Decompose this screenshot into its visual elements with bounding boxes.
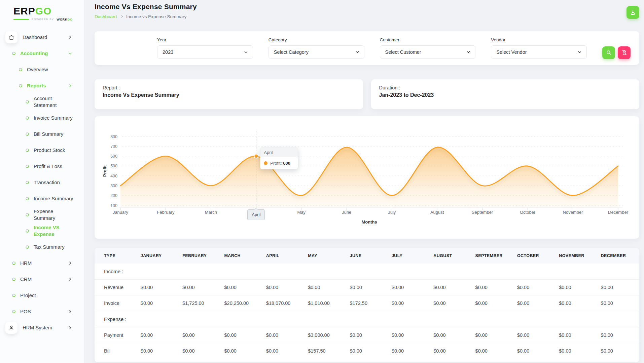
amount-cell: $0.00 bbox=[514, 327, 556, 343]
amount-cell: $0.00 bbox=[430, 295, 472, 311]
category-select[interactable]: Select Category bbox=[269, 45, 364, 59]
sidebar-item-dashboard[interactable]: Dashboard bbox=[0, 29, 84, 45]
sidebar-item-pos[interactable]: POS bbox=[0, 304, 84, 320]
sidebar-item-income-vs-expense[interactable]: Income VS Expense bbox=[0, 223, 84, 239]
vendor-select[interactable]: Select Vendor bbox=[491, 45, 587, 59]
amount-cell: $0.00 bbox=[347, 280, 388, 295]
duration-card: Duration : Jan-2023 to Dec-2023 bbox=[371, 79, 640, 109]
sidebar-item-project[interactable]: Project bbox=[0, 287, 84, 304]
svg-text:February: February bbox=[157, 210, 175, 215]
bullet-ring-icon bbox=[25, 229, 29, 233]
amount-cell: $0.00 bbox=[598, 343, 639, 359]
svg-text:September: September bbox=[472, 210, 493, 215]
sidebar-item-income-summary[interactable]: Income Summary bbox=[0, 191, 84, 207]
amount-cell: $0.00 bbox=[263, 280, 305, 295]
sidebar-item-crm[interactable]: CRM bbox=[0, 271, 84, 287]
column-header: JANUARY bbox=[137, 248, 179, 264]
download-icon bbox=[630, 9, 636, 15]
sidebar-item-account-statement[interactable]: Account Statement bbox=[0, 94, 84, 110]
amount-cell: $0.00 bbox=[388, 280, 430, 295]
svg-text:March: March bbox=[205, 210, 217, 215]
apply-filter-button[interactable] bbox=[602, 46, 615, 59]
income-expense-table-card: TYPEJANUARYFEBRUARYMARCHAPRILMAYJUNEJULY… bbox=[95, 248, 639, 362]
table-header-row: TYPEJANUARYFEBRUARYMARCHAPRILMAYJUNEJULY… bbox=[95, 248, 639, 264]
table-row: Bill$0.00$0.00$0.00$0.00$157.50$0.00$0.0… bbox=[95, 343, 639, 359]
chart-tooltip: April Profit: 600 bbox=[260, 148, 298, 169]
amount-cell: $157.50 bbox=[305, 343, 346, 359]
logo-text: ERPGO bbox=[13, 5, 84, 16]
sidebar-item-label: Income VS Expense bbox=[34, 224, 71, 238]
row-type: Invoice bbox=[95, 295, 137, 311]
svg-text:Months: Months bbox=[361, 219, 377, 225]
vendor-label: Vendor bbox=[491, 37, 587, 42]
column-header: FEBRUARY bbox=[179, 248, 221, 264]
svg-text:800: 800 bbox=[110, 134, 117, 139]
sidebar-item-overview[interactable]: Overview bbox=[0, 62, 84, 78]
sidebar-item-bill-summary[interactable]: Bill Summary bbox=[0, 126, 84, 142]
sidebar-item-label: Product Stock bbox=[34, 147, 65, 154]
sidebar-item-invoice-summary[interactable]: Invoice Summary bbox=[0, 110, 84, 126]
workdo-brand: WORKDO bbox=[57, 17, 72, 21]
bullet-ring-icon bbox=[25, 197, 29, 200]
sidebar-item-hrm-system[interactable]: HRM System bbox=[0, 320, 84, 336]
sidebar-item-hrm[interactable]: HRM bbox=[0, 255, 84, 271]
svg-text:400: 400 bbox=[110, 174, 117, 178]
user-icon bbox=[5, 322, 17, 334]
search-icon bbox=[606, 50, 612, 55]
bullet-ring-icon bbox=[12, 293, 15, 297]
profit-chart-area[interactable]: 800700600500400300200100JanuaryFebruaryM… bbox=[101, 121, 634, 232]
sidebar-item-transaction[interactable]: Transaction bbox=[0, 174, 84, 191]
year-select-value: 2023 bbox=[163, 49, 173, 55]
sidebar-item-profit-loss[interactable]: Profit & Loss bbox=[0, 158, 84, 174]
amount-cell: $0.00 bbox=[305, 280, 346, 295]
amount-cell: $0.00 bbox=[472, 280, 514, 295]
chevron-right-icon bbox=[68, 35, 72, 40]
amount-cell: $0.00 bbox=[472, 327, 514, 343]
customer-select[interactable]: Select Customer bbox=[380, 45, 476, 59]
breadcrumb-dashboard-link[interactable]: Dashboard bbox=[95, 14, 117, 19]
sidebar-item-reports[interactable]: Reports bbox=[0, 78, 84, 94]
bullet-ring-icon bbox=[25, 245, 29, 249]
sidebar-item-tax-summary[interactable]: Tax Summary bbox=[0, 239, 84, 255]
app-logo[interactable]: ERPGO Powered By WORKDO bbox=[0, 4, 84, 21]
svg-text:Profit: Profit bbox=[102, 165, 107, 177]
filter-group-year: Year 2023 bbox=[157, 37, 253, 59]
section-label: Expense : bbox=[95, 311, 639, 327]
amount-cell: $0.00 bbox=[514, 295, 556, 311]
table-row: Invoice$0.00$1,725.00$20,250.00$18,070.0… bbox=[95, 295, 639, 311]
summary-cards: Report : Income Vs Expense Summary Durat… bbox=[95, 79, 639, 109]
chevron-down-icon bbox=[355, 50, 360, 54]
amount-cell: $0.00 bbox=[430, 343, 472, 359]
download-button[interactable] bbox=[627, 6, 639, 19]
column-header: TYPE bbox=[95, 248, 137, 264]
amount-cell: $0.00 bbox=[598, 280, 639, 295]
amount-cell: $0.00 bbox=[179, 280, 221, 295]
reset-filter-button[interactable] bbox=[618, 46, 631, 59]
amount-cell: $0.00 bbox=[514, 343, 556, 359]
bullet-ring-icon bbox=[19, 68, 22, 71]
main-content: Income Vs Expense Summary Dashboard Inco… bbox=[84, 0, 644, 363]
sidebar-item-expense-summary[interactable]: Expense Summary bbox=[0, 207, 84, 223]
bullet-ring-icon bbox=[12, 51, 15, 55]
sidebar-item-label: Profit & Loss bbox=[34, 163, 62, 170]
year-select[interactable]: 2023 bbox=[157, 45, 253, 59]
amount-cell: $0.00 bbox=[430, 327, 472, 343]
amount-cell: $0.00 bbox=[221, 280, 263, 295]
series-marker-icon bbox=[264, 161, 267, 165]
app-root: ERPGO Powered By WORKDO DashboardAccount… bbox=[0, 0, 644, 363]
column-header: JULY bbox=[388, 248, 430, 264]
table-section-row: Expense : bbox=[95, 311, 639, 327]
amount-cell: $0.00 bbox=[598, 295, 639, 311]
filter-group-customer: Customer Select Customer bbox=[380, 37, 476, 59]
sidebar-item-accounting[interactable]: Accounting bbox=[0, 45, 84, 62]
sidebar-item-label: Expense Summary bbox=[34, 208, 71, 222]
sidebar-item-label: HRM bbox=[20, 260, 32, 267]
amount-cell: $0.00 bbox=[388, 295, 430, 311]
amount-cell: $0.00 bbox=[556, 343, 597, 359]
duration-value: Jan-2023 to Dec-2023 bbox=[379, 92, 632, 98]
column-header: APRIL bbox=[263, 248, 305, 264]
year-label: Year bbox=[157, 37, 253, 42]
sidebar-item-product-stock[interactable]: Product Stock bbox=[0, 142, 84, 158]
svg-text:July: July bbox=[388, 210, 396, 215]
svg-text:August: August bbox=[430, 210, 444, 215]
